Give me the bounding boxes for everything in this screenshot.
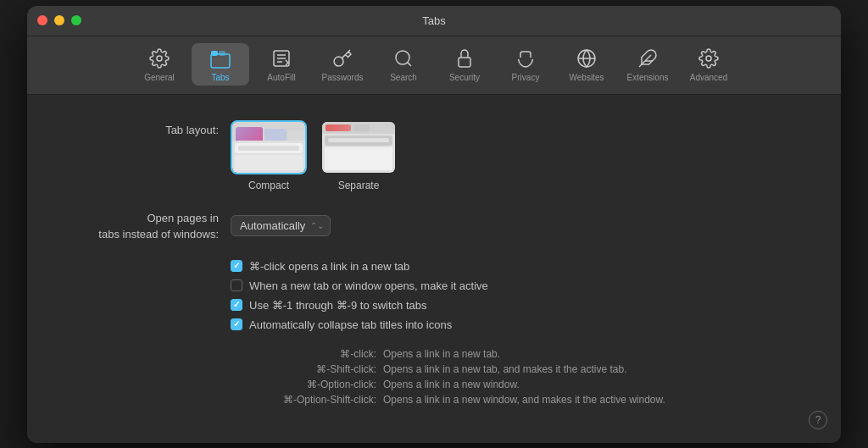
compact-label: Compact [248, 180, 289, 191]
websites-label: Websites [570, 73, 604, 82]
websites-icon [575, 47, 598, 70]
shortcut-desc-1: Opens a link in a new tab, and makes it … [383, 363, 627, 375]
privacy-label: Privacy [512, 73, 540, 82]
traffic-lights [37, 15, 81, 25]
search-icon [392, 47, 415, 70]
tab-layout-control: Compact [231, 120, 397, 191]
passwords-icon [331, 47, 354, 70]
separate-preview [320, 120, 397, 174]
advanced-label: Advanced [690, 73, 727, 82]
toolbar-item-extensions[interactable]: Extensions [619, 43, 676, 86]
checkbox-group: ⌘-click opens a link in a new tab When a… [231, 260, 807, 331]
shortcut-row-0: ⌘-click: Opens a link in a new tab. [231, 348, 807, 360]
toolbar-item-general[interactable]: General [131, 43, 188, 86]
svg-rect-1 [211, 54, 230, 68]
shortcut-desc-2: Opens a link in a new window. [383, 379, 520, 390]
open-pages-label: Open pages in tabs instead of windows: [61, 208, 231, 243]
autofill-icon [270, 47, 293, 70]
general-label: General [144, 73, 175, 82]
svg-point-8 [396, 51, 409, 64]
checkbox-row-2: Use ⌘-1 through ⌘-9 to switch tabs [231, 299, 807, 312]
close-button[interactable] [37, 15, 47, 25]
checkbox-label-2: Use ⌘-1 through ⌘-9 to switch tabs [249, 299, 427, 312]
minimize-button[interactable] [54, 15, 64, 25]
svg-rect-10 [459, 58, 470, 67]
checkbox-label-0: ⌘-click opens a link in a new tab [249, 260, 409, 273]
general-icon [147, 47, 171, 70]
tabs-icon [209, 47, 232, 70]
open-pages-row: Open pages in tabs instead of windows: A… [61, 208, 807, 243]
toolbar-item-security[interactable]: Security [436, 43, 493, 86]
toolbar-item-passwords[interactable]: Passwords [314, 43, 371, 86]
tab-layout-options: Compact [231, 120, 397, 191]
content: Tab layout: [27, 95, 841, 443]
tab-option-separate[interactable]: Separate [320, 120, 397, 191]
shortcut-desc-0: Opens a link in a new tab. [383, 348, 500, 360]
checkbox-row-0: ⌘-click opens a link in a new tab [231, 260, 807, 273]
checkbox-label-1: When a new tab or window opens, make it … [249, 279, 488, 292]
window-title: Tabs [422, 14, 445, 27]
title-bar: Tabs [27, 6, 841, 36]
search-label: Search [390, 73, 417, 82]
checkbox-label-3: Automatically collapse tab titles into i… [249, 318, 452, 331]
passwords-label: Passwords [322, 73, 364, 82]
open-pages-dropdown[interactable]: Automatically Always Never [231, 215, 331, 236]
toolbar-item-autofill[interactable]: AutoFill [253, 43, 310, 86]
checkbox-collapse-titles[interactable] [231, 318, 242, 330]
shortcut-key-2: ⌘-Option-click: [231, 379, 383, 390]
shortcut-key-3: ⌘-Option-Shift-click: [231, 394, 383, 406]
shortcut-row-2: ⌘-Option-click: Opens a link in a new wi… [231, 379, 807, 390]
toolbar-item-advanced[interactable]: Advanced [680, 43, 737, 86]
checkbox-cmd-1-9[interactable] [231, 299, 242, 311]
extensions-icon [636, 47, 659, 70]
checkbox-row-3: Automatically collapse tab titles into i… [231, 318, 807, 331]
open-pages-control: Automatically Always Never ⌃⌄ [231, 215, 331, 236]
separate-label: Separate [338, 180, 380, 191]
checkbox-cmd-click[interactable] [231, 260, 242, 272]
svg-line-9 [408, 62, 411, 65]
svg-point-0 [157, 56, 162, 61]
checkbox-row-1: When a new tab or window opens, make it … [231, 279, 807, 292]
advanced-icon [697, 47, 721, 70]
tab-option-compact[interactable]: Compact [231, 120, 307, 191]
security-icon [453, 47, 476, 70]
dropdown-wrapper: Automatically Always Never ⌃⌄ [231, 215, 331, 236]
shortcut-key-1: ⌘-Shift-click: [231, 363, 383, 375]
shortcut-row-3: ⌘-Option-Shift-click: Opens a link in a … [231, 394, 807, 406]
shortcut-row-1: ⌘-Shift-click: Opens a link in a new tab… [231, 363, 807, 375]
svg-point-15 [706, 56, 711, 61]
svg-rect-3 [219, 51, 225, 56]
autofill-label: AutoFill [267, 73, 295, 82]
shortcut-desc-3: Opens a link in a new window, and makes … [383, 394, 665, 406]
toolbar-item-search[interactable]: Search [375, 43, 432, 86]
zoom-button[interactable] [71, 15, 81, 25]
extensions-label: Extensions [627, 73, 669, 82]
privacy-icon [514, 47, 537, 70]
toolbar: General Tabs A [27, 36, 841, 95]
svg-rect-2 [211, 51, 218, 56]
content-wrapper: Tab layout: [27, 95, 841, 443]
help-button[interactable]: ? [809, 411, 827, 429]
shortcuts-section: ⌘-click: Opens a link in a new tab. ⌘-Sh… [231, 348, 807, 406]
preferences-window: Tabs General Tabs [27, 6, 841, 443]
tab-layout-row: Tab layout: [61, 120, 807, 191]
compact-preview [231, 120, 307, 174]
toolbar-item-privacy[interactable]: Privacy [497, 43, 554, 86]
toolbar-item-websites[interactable]: Websites [558, 43, 615, 86]
checkbox-new-tab-active[interactable] [231, 279, 242, 291]
toolbar-item-tabs[interactable]: Tabs [192, 43, 249, 86]
tab-layout-label: Tab layout: [61, 120, 231, 136]
tabs-label: Tabs [211, 73, 229, 82]
security-label: Security [449, 73, 480, 82]
shortcut-key-0: ⌘-click: [231, 348, 383, 360]
